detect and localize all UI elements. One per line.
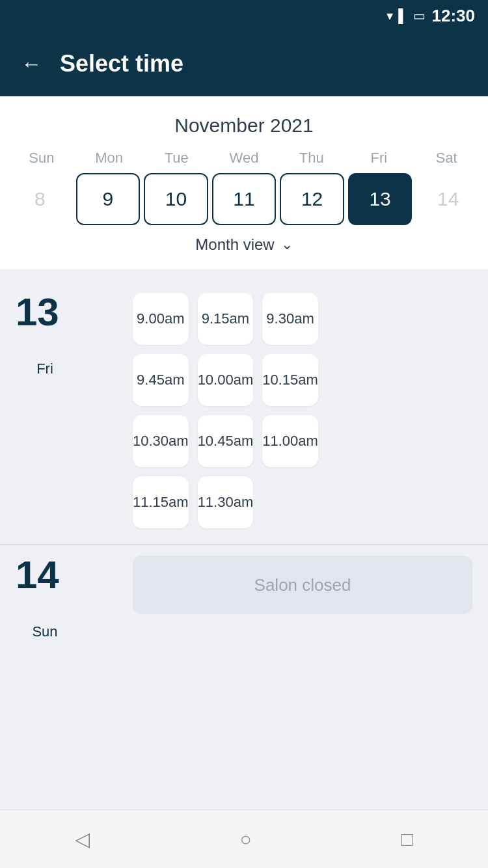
- weekday-sat: Sat: [413, 150, 480, 167]
- day-13[interactable]: 13: [348, 173, 413, 225]
- back-nav-icon[interactable]: ◁: [75, 828, 90, 850]
- wifi-icon: ▾: [386, 8, 393, 23]
- weekday-thu: Thu: [278, 150, 346, 167]
- time-slot-900am[interactable]: 9.00am: [133, 293, 189, 345]
- time-slot-915am[interactable]: 9.15am: [198, 293, 254, 345]
- page-title: Select time: [60, 50, 183, 77]
- day-name-fri: Fri: [16, 360, 74, 377]
- back-button[interactable]: ←: [21, 53, 42, 74]
- day-11[interactable]: 11: [212, 173, 277, 225]
- recent-nav-icon[interactable]: □: [401, 828, 413, 850]
- days-row: 8 9 10 11 12 13 14: [0, 173, 488, 225]
- time-slot-1015am[interactable]: 10.15am: [262, 354, 318, 406]
- day-9[interactable]: 9: [76, 173, 141, 225]
- battery-icon: ▭: [413, 8, 426, 23]
- day-8: 8: [8, 173, 72, 225]
- time-slot-1100am[interactable]: 11.00am: [262, 415, 318, 467]
- salon-closed-label: Salon closed: [133, 556, 472, 614]
- header: ← Select time: [0, 31, 488, 96]
- day-number-13: 13: [16, 293, 74, 332]
- day-number-14: 14: [16, 556, 74, 595]
- weekday-mon: Mon: [75, 150, 143, 167]
- time-slot-930am[interactable]: 9.30am: [262, 293, 318, 345]
- time-slot-1030am[interactable]: 10.30am: [133, 415, 189, 467]
- day-schedule-13: 13 Fri 9.00am 9.15am 9.30am 9.45am 10.00…: [0, 282, 488, 544]
- status-bar: ▾ ▌ ▭ 12:30: [0, 0, 488, 31]
- bottom-nav: ◁ ○ □: [0, 809, 488, 868]
- home-nav-icon[interactable]: ○: [239, 828, 251, 850]
- day-schedule-14: 14 Sun Salon closed: [0, 545, 488, 656]
- day-14: 14: [416, 173, 480, 225]
- weekday-sun: Sun: [8, 150, 75, 167]
- weekday-tue: Tue: [142, 150, 210, 167]
- time-slot-1000am[interactable]: 10.00am: [198, 354, 254, 406]
- status-icons: ▾ ▌ ▭: [386, 8, 425, 23]
- month-view-label: Month view: [195, 236, 274, 254]
- weekday-wed: Wed: [210, 150, 278, 167]
- day-10[interactable]: 10: [144, 173, 208, 225]
- weekdays-row: Sun Mon Tue Wed Thu Fri Sat: [0, 150, 488, 167]
- day-name-sun: Sun: [16, 623, 74, 640]
- day-12[interactable]: 12: [280, 173, 344, 225]
- signal-icon: ▌: [398, 8, 407, 23]
- weekday-fri: Fri: [346, 150, 413, 167]
- month-view-toggle[interactable]: Month view ⌄: [0, 225, 488, 259]
- time-slot-1115am[interactable]: 11.15am: [133, 476, 189, 528]
- status-time: 12:30: [432, 6, 476, 26]
- month-year-label: November 2021: [0, 115, 488, 137]
- chevron-down-icon: ⌄: [281, 236, 293, 253]
- time-slots-grid-13: 9.00am 9.15am 9.30am 9.45am 10.00am 10.1…: [133, 293, 318, 528]
- time-slot-1130am[interactable]: 11.30am: [198, 476, 254, 528]
- calendar-section: November 2021 Sun Mon Tue Wed Thu Fri Sa…: [0, 96, 488, 269]
- schedule-section: 13 Fri 9.00am 9.15am 9.30am 9.45am 10.00…: [0, 269, 488, 809]
- time-slot-1045am[interactable]: 10.45am: [198, 415, 254, 467]
- time-slot-945am[interactable]: 9.45am: [133, 354, 189, 406]
